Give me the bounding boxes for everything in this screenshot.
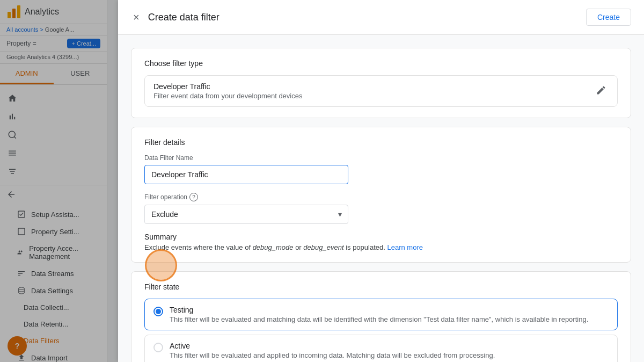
modal-create-button[interactable]: Create — [586, 9, 631, 26]
summary-text: Exclude events where the value of debug_… — [144, 243, 618, 251]
create-data-filter-modal: × Create data filter Create Choose filte… — [118, 0, 644, 362]
edit-filter-type-icon[interactable] — [594, 83, 609, 99]
modal-close-button[interactable]: × — [131, 10, 142, 25]
filter-state-heading: Filter state — [144, 283, 618, 291]
learn-more-link[interactable]: Learn more — [387, 243, 422, 251]
data-filter-name-group: Data Filter Name — [144, 154, 618, 184]
filter-state-active-radio[interactable] — [153, 343, 163, 352]
filter-state-active-description: This filter will be evaluated and applie… — [170, 351, 495, 359]
filter-state-card: Filter state Testing This filter will be… — [131, 271, 631, 362]
filter-state-testing-content: Testing This filter will be evaluated an… — [170, 306, 588, 323]
filter-operation-group: Filter operation ? Exclude Include — [144, 193, 618, 224]
filter-state-testing-radio[interactable] — [153, 307, 163, 316]
filter-operation-label: Filter operation ? — [144, 193, 618, 201]
filter-state-testing-option[interactable]: Testing This filter will be evaluated an… — [144, 299, 618, 330]
filter-type-name: Developer Traffic — [153, 82, 302, 91]
filter-state-active-content: Active This filter will be evaluated and… — [170, 342, 495, 359]
filter-operation-select-wrapper: Exclude Include — [144, 205, 348, 224]
filter-type-card: Choose filter type Developer Traffic Fil… — [131, 48, 631, 118]
filter-type-option-text: Developer Traffic Filter event data from… — [153, 82, 302, 100]
filter-details-heading: Filter details — [144, 138, 618, 147]
developer-traffic-option[interactable]: Developer Traffic Filter event data from… — [144, 75, 618, 107]
modal-header-left: × Create data filter — [131, 10, 219, 25]
data-filter-name-input[interactable] — [144, 165, 348, 184]
filter-operation-help-icon[interactable]: ? — [189, 193, 198, 201]
filter-type-description: Filter event data from your development … — [153, 92, 302, 100]
filter-state-testing-description: This filter will be evaluated and matchi… — [170, 315, 588, 323]
summary-label: Summary — [144, 233, 618, 241]
modal-header: × Create data filter Create — [118, 0, 644, 35]
modal-body: Choose filter type Developer Traffic Fil… — [118, 35, 644, 362]
filter-details-card: Filter details Data Filter Name Filter o… — [131, 127, 631, 263]
modal-title: Create data filter — [148, 12, 219, 23]
filter-state-testing-title: Testing — [170, 306, 588, 314]
data-filter-name-label: Data Filter Name — [144, 154, 618, 162]
filter-state-active-title: Active — [170, 342, 495, 350]
modal-overlay: × Create data filter Create Choose filte… — [0, 0, 644, 362]
filter-type-heading: Choose filter type — [144, 59, 618, 68]
summary-section: Summary Exclude events where the value o… — [144, 233, 618, 251]
filter-operation-select[interactable]: Exclude Include — [144, 205, 348, 224]
filter-state-active-option[interactable]: Active This filter will be evaluated and… — [144, 335, 618, 362]
